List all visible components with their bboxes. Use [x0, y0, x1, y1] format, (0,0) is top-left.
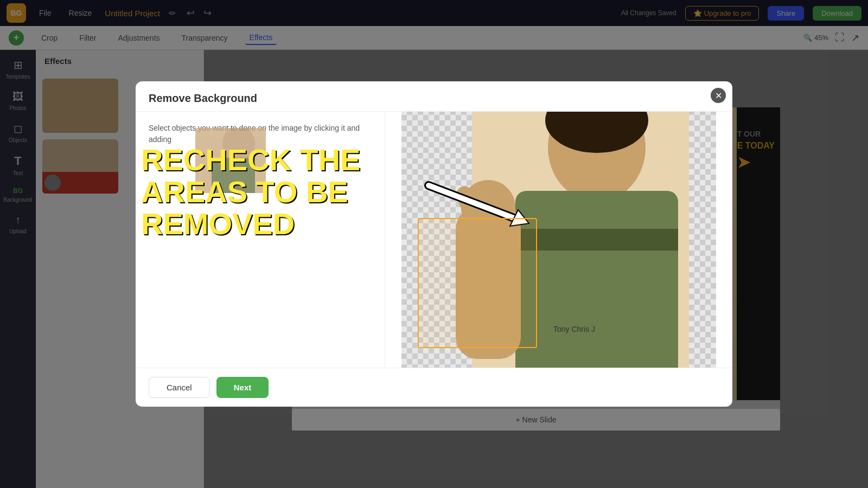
svg-text:Tony Chris J: Tony Chris J [553, 325, 595, 333]
next-button[interactable]: Next [216, 377, 269, 398]
modal-title: Remove Background [149, 92, 719, 105]
modal-overlay: ✕ Remove Background Select objects you w… [0, 0, 868, 488]
modal-left-panel: Select objects you want to done on the i… [136, 112, 385, 368]
modal-header: Remove Background [136, 81, 732, 112]
remove-background-modal: ✕ Remove Background Select objects you w… [136, 81, 732, 407]
background-removal-preview[interactable]: Tony Chris J [401, 112, 716, 368]
modal-overlay-yellow-text: RECHECK THEAREAS TO BEREMOVED [141, 144, 360, 240]
modal-footer: Cancel Next [136, 368, 732, 407]
svg-rect-16 [515, 229, 678, 251]
modal-close-button[interactable]: ✕ [711, 88, 726, 103]
cancel-button[interactable]: Cancel [149, 377, 210, 398]
modal-body: Select objects you want to done on the i… [136, 112, 732, 368]
modal-right-panel: Tony Chris J [385, 112, 732, 368]
svg-rect-15 [515, 191, 678, 368]
selection-rectangle[interactable] [418, 218, 537, 348]
